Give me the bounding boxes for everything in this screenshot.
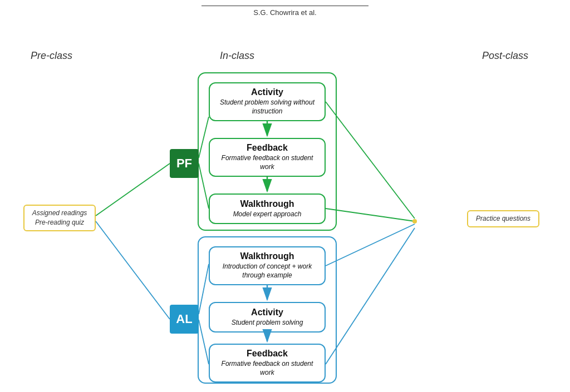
- blue-walkthrough-title: Walkthrough: [240, 251, 294, 261]
- header-title: S.G. Chowrira et al.: [0, 8, 570, 18]
- blue-walkthrough-sub: Introduction of concept + work through e…: [215, 262, 319, 280]
- header-line: [202, 6, 368, 6]
- label-pre-text: Assigned readingsPre-reading quiz: [32, 209, 87, 226]
- line-blue-bottom-to-post: [326, 228, 415, 364]
- label-post-text: Practice questions: [476, 215, 530, 222]
- line-green-top-to-post: [326, 102, 415, 219]
- green-feedback-box: Feedback Formative feedback on student w…: [209, 138, 326, 177]
- line-green-bottom-to-post: [326, 209, 415, 221]
- col-label-in: In-class: [220, 50, 254, 62]
- green-walkthrough-title: Walkthrough: [240, 199, 294, 209]
- blue-feedback-box: Feedback Formative feedback on student w…: [209, 344, 326, 383]
- green-feedback-title: Feedback: [247, 143, 288, 153]
- post-label-dot: [412, 219, 417, 224]
- green-walkthrough-box: Walkthrough Model expert approach: [209, 193, 326, 224]
- green-feedback-sub: Formative feedback on student work: [215, 154, 319, 171]
- label-pre: Assigned readingsPre-reading quiz: [23, 205, 96, 231]
- badge-al: AL: [170, 305, 199, 334]
- line-pre-to-al: [96, 221, 170, 319]
- header: S.G. Chowrira et al.: [0, 6, 570, 18]
- blue-activity-box: Activity Student problem solving: [209, 302, 326, 333]
- col-label-pre: Pre-class: [31, 50, 72, 62]
- line-blue-top-to-post: [326, 224, 415, 266]
- green-walkthrough-sub: Model expert approach: [233, 210, 302, 219]
- label-post: Practice questions: [467, 210, 539, 227]
- page-container: S.G. Chowrira et al. Pre-class In-class …: [0, 0, 570, 392]
- blue-feedback-title: Feedback: [247, 349, 288, 359]
- blue-walkthrough-box: Walkthrough Introduction of concept + wo…: [209, 246, 326, 285]
- badge-pf: PF: [170, 149, 199, 178]
- col-label-post: Post-class: [482, 50, 528, 62]
- line-pre-to-pf: [96, 163, 170, 216]
- green-activity-sub: Student problem solving without instruct…: [215, 98, 319, 116]
- badge-pf-label: PF: [176, 156, 192, 171]
- blue-activity-title: Activity: [251, 307, 283, 317]
- badge-al-label: AL: [176, 312, 192, 326]
- green-activity-box: Activity Student problem solving without…: [209, 82, 326, 121]
- green-activity-title: Activity: [251, 87, 283, 97]
- blue-activity-sub: Student problem solving: [232, 319, 303, 328]
- blue-feedback-sub: Formative feedback on student work: [215, 360, 319, 377]
